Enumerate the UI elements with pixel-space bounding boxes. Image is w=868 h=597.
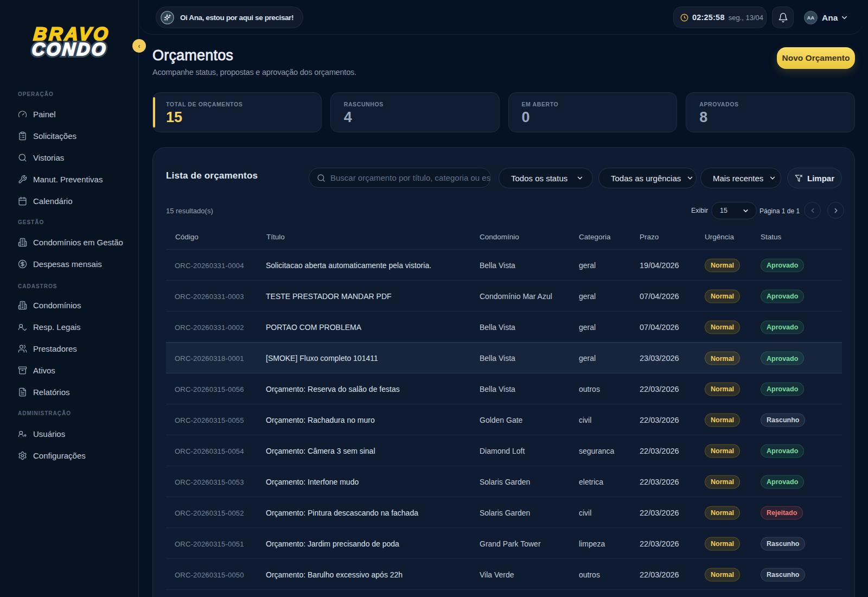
svg-text:CONDO: CONDO (31, 39, 108, 59)
